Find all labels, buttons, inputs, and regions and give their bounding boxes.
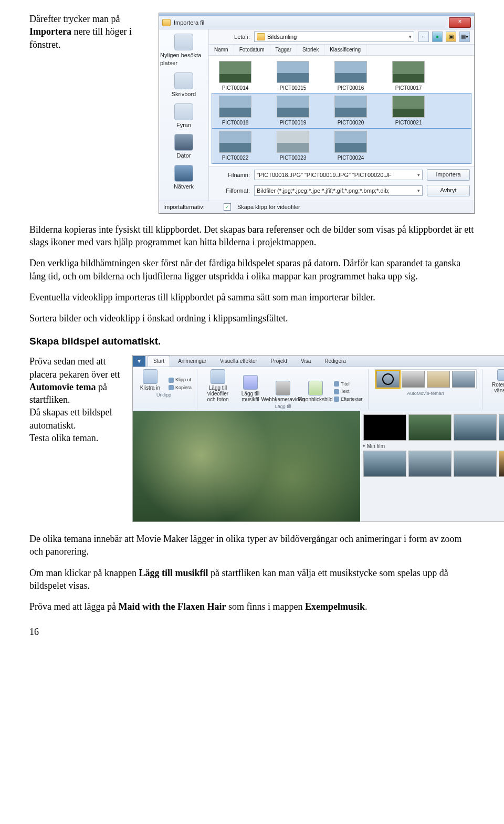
credits-button[interactable]: Eftertexter [334, 396, 363, 402]
theme-selected[interactable] [376, 371, 400, 388]
tab-project[interactable]: Projekt [265, 356, 293, 367]
ribbon-tabs: ▾ Start Animeringar Visuella effekter Pr… [133, 356, 504, 367]
nav-newfolder-icon[interactable]: ▣ [446, 32, 456, 42]
theme-item[interactable] [427, 371, 450, 388]
header-date[interactable]: Fotodatum [234, 45, 270, 55]
text: Om man klickar på knappen [29, 568, 139, 578]
thumb-item[interactable]: PICT00020 [331, 96, 371, 127]
rotate-left-button[interactable]: Rotera åt vänster [489, 369, 504, 393]
thumb-label: PICT00018 [222, 119, 249, 127]
side-text: Pröva sedan med att placera pekaren över… [29, 356, 120, 379]
clip-thumb[interactable] [499, 414, 504, 441]
clip-thumb[interactable] [454, 414, 497, 441]
close-button[interactable]: × [449, 17, 471, 28]
paste-button[interactable]: Klistra in [136, 369, 164, 391]
intro-line1: Därefter trycker man på [29, 14, 120, 24]
body-paragraph: Sortera bilder och videoklipp i önskad o… [29, 312, 475, 325]
nav-world-icon[interactable]: ● [432, 32, 443, 42]
sidebar-label: Nyligen besökta platser [160, 51, 207, 67]
title-button[interactable]: Titel [334, 381, 363, 387]
thumb-item[interactable]: PICT00021 [388, 96, 428, 127]
cut-label: Klipp ut [175, 377, 191, 383]
header-name[interactable]: Namn [209, 45, 234, 55]
caption-button[interactable]: Text [334, 388, 363, 394]
clip-thumb[interactable] [363, 451, 406, 477]
add-music-label: Lägg till musikfil [236, 391, 265, 402]
thumb-item[interactable]: PICT00018 [215, 96, 255, 127]
sidebar-desktop[interactable]: Skrivbord [160, 72, 207, 98]
sidebar-network[interactable]: Nätverk [160, 165, 207, 191]
dialog-titlebar: Importera fil × [159, 16, 474, 29]
play-icon: ▸ [363, 443, 365, 449]
storyboard-pane: ▸Min film [360, 411, 504, 521]
film-title-label: Min film [367, 443, 385, 450]
snapshot-button[interactable]: Ögonblicksbild [301, 381, 330, 402]
folder-icon [257, 33, 265, 40]
intro-bold: Importera [29, 26, 71, 37]
rotate-left-icon [497, 369, 504, 381]
clip-thumb[interactable] [499, 451, 504, 477]
thumb-item[interactable]: PICT00016 [331, 61, 371, 92]
header-tags[interactable]: Taggar [270, 45, 298, 55]
sidebar-computer[interactable]: Dator [160, 134, 207, 160]
body-paragraph: Pröva med att lägga på Maid with the Fla… [29, 600, 475, 613]
import-button[interactable]: Importera [427, 169, 470, 181]
copy-button[interactable]: Kopiera [169, 384, 192, 391]
snapshot-label: Ögonblicksbild [299, 397, 333, 402]
side-text: Då skapas ett bildspel automatiskt. [29, 407, 112, 430]
group-caption: AutoMovie-teman [407, 390, 444, 397]
thumb-item[interactable]: PICT00015 [273, 61, 313, 92]
clip-thumb[interactable] [454, 451, 497, 477]
credits-icon [334, 397, 339, 402]
thumb-item[interactable]: PICT00019 [273, 96, 313, 127]
intro-paragraph: Därefter trycker man på Importera nere t… [29, 13, 150, 51]
thumb-item[interactable]: PICT00022 [215, 131, 255, 162]
add-music-button[interactable]: Lägg till musikfil [236, 375, 265, 402]
theme-item[interactable] [452, 371, 475, 388]
bold-text: Lägg till musikfil [139, 568, 208, 578]
header-rating[interactable]: Klassificering [324, 45, 366, 55]
thumb-item[interactable]: PICT00017 [388, 61, 428, 92]
scissors-icon [169, 378, 174, 383]
thumb-item[interactable]: PICT00024 [331, 131, 371, 162]
file-list-headers: Namn Fotodatum Taggar Storlek Klassifice… [209, 44, 474, 56]
tab-view[interactable]: Visa [295, 356, 317, 367]
credits-label: Eftertexter [341, 396, 363, 402]
lookin-combo[interactable]: Bildsamling [254, 32, 414, 42]
cut-button[interactable]: Klipp ut [169, 377, 192, 383]
sidebar-label: Fyran [176, 121, 191, 129]
add-video-button[interactable]: Lägg till videofiler och foton [204, 369, 232, 402]
thumb-item[interactable]: PICT00023 [273, 131, 313, 162]
header-size[interactable]: Storlek [297, 45, 324, 55]
thumb-item[interactable]: PICT00014 [215, 61, 255, 92]
side-paragraph: Pröva sedan med att placera pekaren över… [29, 355, 124, 444]
filename-field[interactable]: "PICT00018.JPG" "PICT00019.JPG" "PICT000… [254, 170, 423, 180]
tab-start[interactable]: Start [148, 356, 170, 367]
fileformat-combo[interactable]: Bildfiler (*.jpg;*.jpeg;*.jpe;*.jfif;*.g… [254, 185, 423, 196]
body-paragraph: Den verkliga bildhämtningen sker först n… [29, 257, 475, 283]
film-title-row: ▸Min film [363, 443, 504, 450]
sidebar-fyran[interactable]: Fyran [160, 103, 207, 129]
sidebar-label: Skrivbord [172, 90, 196, 98]
fileformat-label: Filformat: [213, 187, 250, 195]
caption-label: Text [341, 388, 350, 394]
webcam-button[interactable]: Webbkameravideo [269, 381, 297, 402]
clip-thumb[interactable] [408, 451, 452, 477]
thumbnail-area: PICT00014 PICT00015 PICT00016 PICT00017 … [209, 56, 474, 167]
clip-thumb[interactable] [363, 414, 406, 441]
tab-edit[interactable]: Redigera [319, 356, 352, 367]
theme-item[interactable] [402, 371, 425, 388]
clip-thumb[interactable] [408, 414, 452, 441]
filename-value: "PICT00018.JPG" "PICT00019.JPG" "PICT000… [257, 171, 392, 179]
sidebar-recent[interactable]: Nyligen besökta platser [160, 34, 207, 67]
create-clips-checkbox[interactable]: ✓ [224, 203, 231, 211]
app-menu-button[interactable]: ▾ [133, 356, 145, 367]
tab-visual-effects[interactable]: Visuella effekter [214, 356, 263, 367]
bold-text: Exempelmusik [305, 601, 365, 612]
page-number: 16 [29, 625, 475, 638]
tab-animations[interactable]: Animeringar [172, 356, 212, 367]
moviemaker-screenshot: ▾ Start Animeringar Visuella effekter Pr… [132, 355, 504, 522]
nav-back-icon[interactable]: ← [418, 32, 429, 42]
cancel-button[interactable]: Avbryt [427, 185, 470, 196]
nav-view-icon[interactable]: ▦▾ [459, 32, 470, 42]
